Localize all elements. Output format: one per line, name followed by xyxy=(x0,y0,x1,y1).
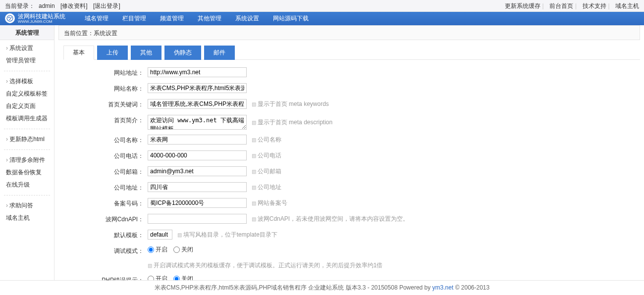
sidebar: 系统管理 系统设置 管理员管理 选择模板 自定义模板标签 自定义页面 模板调用生… xyxy=(0,25,54,295)
radio-debug-off-label[interactable]: 关闭 xyxy=(173,246,193,254)
label-company-tel: 公司电话： xyxy=(58,150,148,161)
sidebar-item-clean-files[interactable]: 清理多余附件 xyxy=(0,154,54,166)
hint-company-email: 公司邮箱 xyxy=(252,167,281,176)
main-nav: 域名管理 栏目管理 频道管理 其他管理 系统设置 网站源码下载 xyxy=(78,12,316,25)
label-template: 默认模板： xyxy=(58,230,148,241)
footer-text1: 米表CMS,PHP米表程序,html5米表源码,PHP域名销售程序 企业建站系统… xyxy=(155,284,432,291)
sidebar-item-custom-page[interactable]: 自定义页面 xyxy=(0,100,54,112)
logout-link[interactable]: [退出登录] xyxy=(93,2,120,9)
header: ㋡ 波网科技建站系统WWW.JUN99.COM 域名管理 栏目管理 频道管理 其… xyxy=(0,12,644,25)
tabs: 基本 上传 其他 伪静态 邮件 xyxy=(63,45,640,60)
radio-debug-off[interactable] xyxy=(173,246,180,253)
sidebar-item-qa[interactable]: 求助问答 xyxy=(0,199,54,212)
logo-icon: ㋡ xyxy=(5,13,15,23)
label-company-addr: 公司地址： xyxy=(58,182,148,193)
login-prefix: 当前登录： xyxy=(5,2,35,9)
hint-company-name: 公司名称 xyxy=(252,136,281,144)
logo-sub: WWW.JUN99.COM xyxy=(18,20,65,24)
crumb-label: 当前位置： xyxy=(64,30,94,37)
label-site-url: 网站地址： xyxy=(58,67,148,78)
top-link-support[interactable]: 技术支持 xyxy=(583,2,606,9)
radio-debug-on[interactable] xyxy=(148,246,154,253)
sidebar-item-backup[interactable]: 数据备份恢复 xyxy=(0,166,54,179)
sidebar-item-upgrade[interactable]: 在线升级 xyxy=(0,179,54,191)
note-debug: 开启调试模式将关闭模板缓存，便于调试模板。正式运行请关闭，关闭后提升效率约1倍 xyxy=(148,261,382,270)
input-template[interactable] xyxy=(148,230,172,240)
input-company-tel[interactable] xyxy=(148,150,247,160)
hint-icp: 网站备案号 xyxy=(252,199,287,207)
sidebar-title: 系统管理 xyxy=(0,25,54,40)
nav-channel[interactable]: 频道管理 xyxy=(153,12,191,25)
hint-company-tel: 公司电话 xyxy=(252,151,281,160)
sidebar-item-template-generator[interactable]: 模板调用生成器 xyxy=(0,112,54,125)
footer: 米表CMS,PHP米表程序,html5米表源码,PHP域名销售程序 企业建站系统… xyxy=(0,280,644,295)
breadcrumb: 当前位置：系统设置 xyxy=(58,25,640,40)
input-company-name[interactable] xyxy=(148,135,247,145)
label-company-name: 公司名称： xyxy=(58,135,148,146)
nav-other[interactable]: 其他管理 xyxy=(191,12,228,25)
label-keywords: 首页关键词： xyxy=(58,99,148,110)
nav-domain[interactable]: 域名管理 xyxy=(78,12,115,25)
hint-description: 显示于首页 meta description xyxy=(252,118,332,127)
top-link-front[interactable]: 前台首页 xyxy=(549,2,573,9)
logo-title: 波网科技建站系统 xyxy=(18,13,65,20)
input-company-addr[interactable] xyxy=(148,182,247,192)
top-link-domain[interactable]: 域名主机 xyxy=(615,2,639,9)
input-company-email[interactable] xyxy=(148,166,247,176)
hint-company-addr: 公司地址 xyxy=(252,183,281,192)
hint-keywords: 显示于首页 meta keywords xyxy=(252,100,329,108)
textarea-description[interactable]: 欢迎访问 www.ym3.net 下载高端网站模板... xyxy=(148,115,247,130)
tab-email[interactable]: 邮件 xyxy=(204,46,235,60)
input-site-url[interactable] xyxy=(148,67,247,77)
label-debug: 调试模式： xyxy=(58,246,148,256)
nav-download[interactable]: 网站源码下载 xyxy=(266,12,316,25)
sidebar-item-admin-manage[interactable]: 管理员管理 xyxy=(0,54,54,67)
footer-link[interactable]: ym3.net xyxy=(432,284,454,291)
radio-debug-on-label[interactable]: 开启 xyxy=(148,246,167,254)
logo: ㋡ 波网科技建站系统WWW.JUN99.COM xyxy=(5,13,65,24)
tab-rewrite[interactable]: 伪静态 xyxy=(164,46,201,60)
input-cdnapi[interactable] xyxy=(148,214,247,224)
input-icp[interactable] xyxy=(148,198,247,208)
settings-form: 网站地址： 网站名称： 首页关键词： 显示于首页 meta keywords 首… xyxy=(58,60,640,295)
edit-profile-link[interactable]: [修改资料] xyxy=(60,2,88,9)
sidebar-item-system-settings[interactable]: 系统设置 xyxy=(0,42,54,54)
label-company-email: 公司邮箱： xyxy=(58,166,148,177)
hint-cdnapi: 波网CdnAPI，若未使用波网空间，请将本内容设置为空。 xyxy=(252,215,409,223)
crumb-current: 系统设置 xyxy=(94,30,117,37)
tab-basic[interactable]: 基本 xyxy=(63,46,94,60)
nav-system[interactable]: 系统设置 xyxy=(228,12,266,25)
input-keywords[interactable] xyxy=(148,99,247,109)
top-link-cache[interactable]: 更新系统缓存 xyxy=(505,2,540,9)
footer-text2: © 2006-2013 xyxy=(453,284,489,291)
input-site-name[interactable] xyxy=(148,83,247,93)
label-icp: 备案号码： xyxy=(58,198,148,209)
main-content: 当前位置：系统设置 基本 上传 其他 伪静态 邮件 网站地址： 网站名称： 首页… xyxy=(58,25,640,295)
sidebar-item-update-html[interactable]: 更新静态html xyxy=(0,133,54,146)
hint-template: 填写风格目录，位于template目录下 xyxy=(177,231,277,239)
nav-column[interactable]: 栏目管理 xyxy=(115,12,153,25)
label-description: 首页简介： xyxy=(58,115,148,126)
sidebar-item-custom-tags[interactable]: 自定义模板标签 xyxy=(0,88,54,100)
tab-upload[interactable]: 上传 xyxy=(97,46,128,60)
tab-other[interactable]: 其他 xyxy=(131,46,161,60)
label-cdnapi: 波网CdnAPI： xyxy=(58,214,148,225)
sidebar-item-select-template[interactable]: 选择模板 xyxy=(0,75,54,88)
sidebar-item-domain-host[interactable]: 域名主机 xyxy=(0,212,54,224)
username: admin xyxy=(39,2,55,9)
label-site-name: 网站名称： xyxy=(58,83,148,94)
topbar: 当前登录：admin [修改资料] [退出登录] 更新系统缓存| 前台首页| 技… xyxy=(0,0,644,12)
